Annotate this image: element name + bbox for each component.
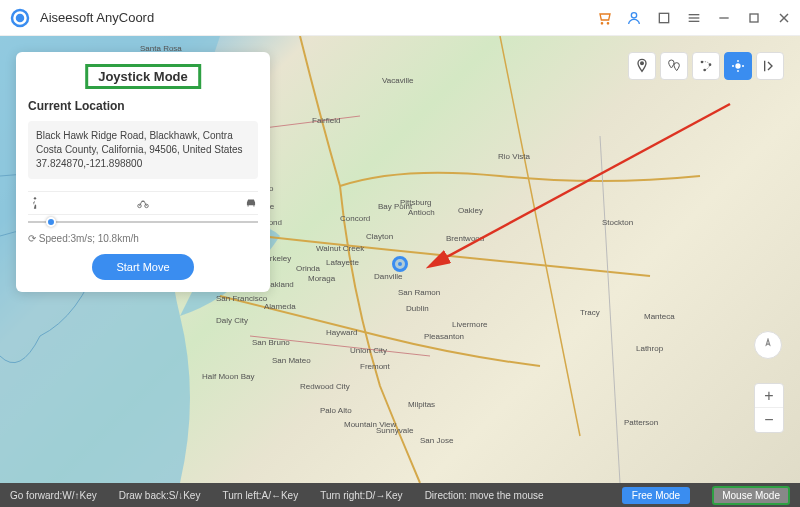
city-label: Fairfield xyxy=(312,116,340,125)
bike-icon[interactable] xyxy=(136,196,150,210)
svg-point-1 xyxy=(17,15,23,21)
city-label: Danville xyxy=(374,272,402,281)
svg-rect-5 xyxy=(659,13,668,22)
speed-readout: ⟳ Speed:3m/s; 10.8km/h xyxy=(28,233,258,244)
svg-marker-23 xyxy=(766,339,770,345)
city-label: Stockton xyxy=(602,218,633,227)
control-panel: Joystick Mode Current Location Black Haw… xyxy=(16,52,270,292)
route-tool[interactable] xyxy=(692,52,720,80)
city-label: Hayward xyxy=(326,328,358,337)
hint-forward: Go forward:W/↑Key xyxy=(10,490,97,501)
joystick-tool[interactable] xyxy=(724,52,752,80)
minimize-icon[interactable] xyxy=(716,10,732,26)
city-label: Sunnyvale xyxy=(376,426,413,435)
pin-tool[interactable] xyxy=(628,52,656,80)
export-tool[interactable] xyxy=(756,52,784,80)
city-label: Dublin xyxy=(406,304,429,313)
city-label: Patterson xyxy=(624,418,658,427)
city-label: Pittsburg xyxy=(400,198,432,207)
zoom-controls: + − xyxy=(754,331,784,433)
speed-mode-row xyxy=(28,191,258,215)
cart-icon[interactable] xyxy=(596,10,612,26)
city-label: Half Moon Bay xyxy=(202,372,254,381)
address-text: Black Hawk Ridge Road, Blackhawk, Contra… xyxy=(36,129,250,157)
titlebar-actions xyxy=(596,10,792,26)
city-label: Livermore xyxy=(452,320,488,329)
city-label: Oakley xyxy=(458,206,483,215)
svg-point-18 xyxy=(641,62,644,65)
city-label: Manteca xyxy=(644,312,675,321)
app-title: Aiseesoft AnyCoord xyxy=(40,10,154,25)
titlebar: Aiseesoft AnyCoord xyxy=(0,0,800,36)
zoom-in-button[interactable]: + xyxy=(755,384,783,408)
compass-icon[interactable] xyxy=(754,331,782,359)
city-label: San Bruno xyxy=(252,338,290,347)
hint-right: Turn right:D/→Key xyxy=(320,490,402,501)
city-label: Alameda xyxy=(264,302,296,311)
multi-pin-tool[interactable] xyxy=(660,52,688,80)
walk-icon[interactable] xyxy=(28,196,42,210)
window-icon[interactable] xyxy=(656,10,672,26)
city-label: Lafayette xyxy=(326,258,359,267)
city-label: Concord xyxy=(340,214,370,223)
city-label: Orinda xyxy=(296,264,320,273)
hint-back: Draw back:S/↓Key xyxy=(119,490,201,501)
city-label: Lathrop xyxy=(636,344,663,353)
svg-point-2 xyxy=(601,22,602,23)
city-label: Vacaville xyxy=(382,76,413,85)
svg-point-22 xyxy=(736,64,740,68)
city-label: Pleasanton xyxy=(424,332,464,341)
city-label: San Mateo xyxy=(272,356,311,365)
address-box: Black Hawk Ridge Road, Blackhawk, Contra… xyxy=(28,121,258,179)
city-label: San Jose xyxy=(420,436,453,445)
close-icon[interactable] xyxy=(776,10,792,26)
city-label: San Ramon xyxy=(398,288,440,297)
zoom-out-button[interactable]: − xyxy=(755,408,783,432)
svg-point-17 xyxy=(145,204,149,208)
slider-thumb[interactable] xyxy=(46,217,56,227)
city-label: San Francisco xyxy=(216,294,267,303)
map-tools xyxy=(628,52,784,80)
maximize-icon[interactable] xyxy=(746,10,762,26)
coords-text: 37.824870,-121.898800 xyxy=(36,157,250,171)
svg-point-15 xyxy=(34,197,36,199)
city-label: Walnut Creek xyxy=(316,244,364,253)
car-icon[interactable] xyxy=(244,196,258,210)
city-label: Fremont xyxy=(360,362,390,371)
svg-point-21 xyxy=(703,69,706,72)
speed-slider[interactable] xyxy=(28,221,258,223)
city-label: Clayton xyxy=(366,232,393,241)
map[interactable]: Santa RosaPetalumaNovatoSan RafaelFairfi… xyxy=(0,36,800,483)
free-mode-button[interactable]: Free Mode xyxy=(622,487,690,504)
user-icon[interactable] xyxy=(626,10,642,26)
mode-badge: Joystick Mode xyxy=(85,64,201,89)
svg-point-3 xyxy=(607,22,608,23)
svg-point-16 xyxy=(138,204,142,208)
city-label: Redwood City xyxy=(300,382,350,391)
city-label: Moraga xyxy=(308,274,335,283)
mouse-mode-button[interactable]: Mouse Mode xyxy=(712,486,790,505)
menu-icon[interactable] xyxy=(686,10,702,26)
city-label: Tracy xyxy=(580,308,600,317)
city-label: Milpitas xyxy=(408,400,435,409)
hint-direction: Direction: move the mouse xyxy=(425,490,544,501)
city-label: Palo Alto xyxy=(320,406,352,415)
city-label: Brentwood xyxy=(446,234,484,243)
svg-rect-10 xyxy=(750,14,758,22)
location-marker xyxy=(392,256,408,272)
city-label: Daly City xyxy=(216,316,248,325)
svg-point-4 xyxy=(631,12,636,17)
start-move-button[interactable]: Start Move xyxy=(92,254,193,280)
app-logo xyxy=(8,6,32,30)
hint-left: Turn left:A/←Key xyxy=(222,490,298,501)
location-label: Current Location xyxy=(28,99,258,113)
bottombar: Go forward:W/↑Key Draw back:S/↓Key Turn … xyxy=(0,483,800,507)
city-label: Union City xyxy=(350,346,387,355)
city-label: Rio Vista xyxy=(498,152,530,161)
